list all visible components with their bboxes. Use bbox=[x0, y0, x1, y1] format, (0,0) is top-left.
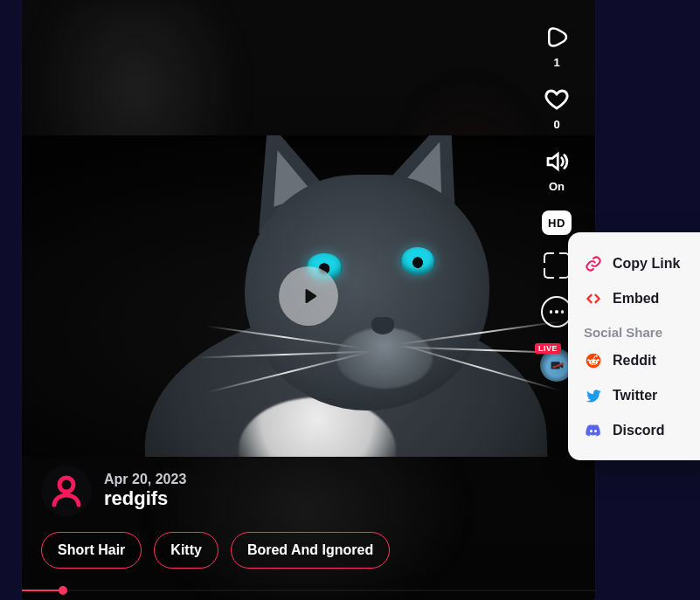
sound-button[interactable]: On bbox=[544, 148, 570, 193]
sound-state: On bbox=[549, 180, 565, 193]
video-frame[interactable] bbox=[22, 135, 595, 457]
progress-bar[interactable] bbox=[22, 579, 595, 600]
reddit-option[interactable]: Reddit bbox=[580, 343, 700, 378]
discord-option[interactable]: Discord bbox=[580, 413, 700, 448]
tag-chip[interactable]: Kitty bbox=[154, 532, 218, 569]
svg-point-6 bbox=[594, 361, 596, 362]
plays-button[interactable]: 1 bbox=[544, 24, 570, 69]
code-icon bbox=[584, 289, 603, 308]
svg-point-7 bbox=[587, 359, 590, 362]
video-card: 1 0 On HD bbox=[22, 0, 595, 600]
like-button[interactable]: 0 bbox=[544, 86, 570, 131]
discord-icon bbox=[584, 421, 603, 440]
hd-label: HD bbox=[548, 217, 565, 230]
play-outline-icon bbox=[544, 24, 570, 51]
hd-chip: HD bbox=[542, 210, 572, 235]
svg-point-9 bbox=[596, 355, 598, 357]
speaker-icon bbox=[544, 148, 570, 175]
tag-chip[interactable]: Bored And Ignored bbox=[231, 532, 390, 569]
reddit-label: Reddit bbox=[613, 353, 656, 369]
avatar[interactable] bbox=[41, 466, 92, 516]
tag-chip[interactable]: Short Hair bbox=[41, 532, 142, 569]
plays-count: 1 bbox=[553, 56, 559, 69]
share-menu: Copy Link Embed Social Share Reddit Twit… bbox=[568, 232, 700, 460]
author-username[interactable]: redgifs bbox=[104, 487, 186, 509]
copy-link-label: Copy Link bbox=[613, 256, 680, 272]
heart-icon bbox=[544, 86, 570, 113]
quality-button[interactable]: HD bbox=[542, 210, 572, 235]
post-date: Apr 20, 2023 bbox=[104, 472, 186, 487]
progress-thumb[interactable] bbox=[59, 586, 67, 595]
user-icon bbox=[49, 473, 84, 508]
progress-track bbox=[22, 590, 595, 591]
live-label: LIVE bbox=[535, 343, 561, 354]
play-button[interactable] bbox=[279, 266, 338, 326]
play-icon bbox=[301, 286, 320, 306]
copy-link-option[interactable]: Copy Link bbox=[580, 246, 700, 281]
svg-point-8 bbox=[597, 359, 600, 362]
embed-label: Embed bbox=[613, 291, 659, 307]
progress-fill bbox=[22, 590, 62, 591]
tag-row: Short Hair Kitty Bored And Ignored bbox=[41, 532, 390, 569]
embed-option[interactable]: Embed bbox=[580, 281, 700, 316]
social-share-heading: Social Share bbox=[580, 316, 700, 343]
twitter-option[interactable]: Twitter bbox=[580, 378, 700, 413]
twitter-icon bbox=[584, 386, 603, 405]
svg-point-5 bbox=[591, 361, 593, 362]
twitter-label: Twitter bbox=[613, 388, 657, 403]
fullscreen-button[interactable] bbox=[544, 252, 570, 279]
author-row: Apr 20, 2023 redgifs bbox=[41, 466, 186, 516]
link-icon bbox=[584, 254, 603, 273]
camera-icon bbox=[547, 355, 566, 375]
like-count: 0 bbox=[553, 118, 559, 131]
discord-label: Discord bbox=[613, 423, 665, 438]
fullscreen-icon bbox=[544, 252, 570, 279]
reddit-icon bbox=[584, 351, 603, 370]
svg-point-2 bbox=[59, 478, 73, 492]
